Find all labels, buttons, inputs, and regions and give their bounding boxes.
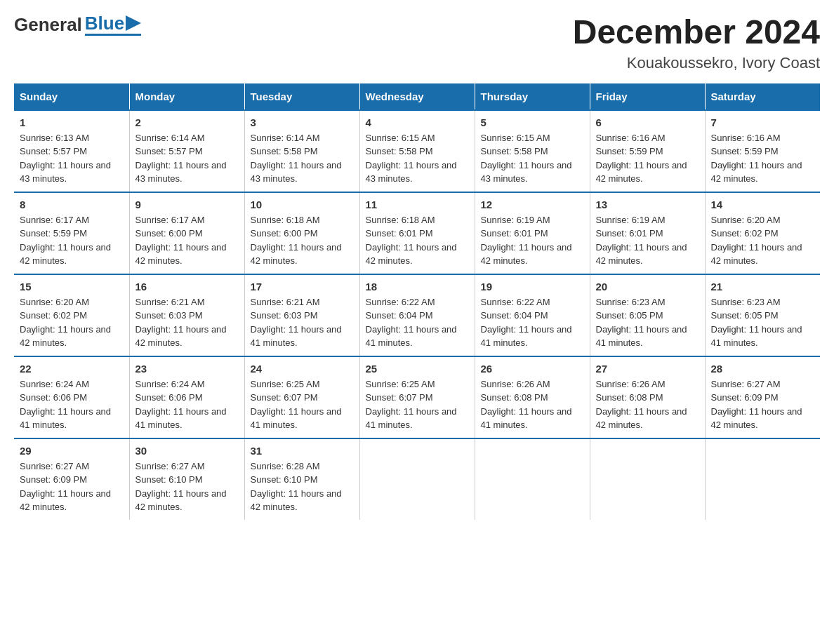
day-number: 1 bbox=[20, 116, 124, 128]
calendar-day-cell: 5Sunrise: 6:15 AMSunset: 5:58 PMDaylight… bbox=[475, 110, 590, 192]
logo-triangle-icon bbox=[126, 15, 141, 31]
day-number: 12 bbox=[481, 199, 584, 210]
calendar-day-cell: 27Sunrise: 6:26 AMSunset: 6:08 PMDayligh… bbox=[590, 356, 705, 438]
calendar-day-cell: 2Sunrise: 6:14 AMSunset: 5:57 PMDaylight… bbox=[129, 110, 244, 192]
calendar-day-cell bbox=[475, 438, 590, 520]
day-number: 18 bbox=[366, 281, 469, 293]
calendar-day-cell: 10Sunrise: 6:18 AMSunset: 6:00 PMDayligh… bbox=[244, 192, 359, 274]
day-number: 23 bbox=[135, 363, 239, 375]
day-number: 3 bbox=[251, 116, 354, 128]
day-sun-info: Sunrise: 6:25 AMSunset: 6:07 PMDaylight:… bbox=[366, 377, 469, 432]
day-sun-info: Sunrise: 6:20 AMSunset: 6:02 PMDaylight:… bbox=[20, 295, 124, 350]
calendar-day-cell: 18Sunrise: 6:22 AMSunset: 6:04 PMDayligh… bbox=[359, 274, 475, 356]
logo-general-text: General bbox=[14, 14, 82, 36]
day-of-week-header: Saturday bbox=[705, 83, 820, 110]
day-sun-info: Sunrise: 6:14 AMSunset: 5:57 PMDaylight:… bbox=[135, 131, 239, 186]
calendar-day-cell: 17Sunrise: 6:21 AMSunset: 6:03 PMDayligh… bbox=[244, 274, 359, 356]
calendar-day-cell: 12Sunrise: 6:19 AMSunset: 6:01 PMDayligh… bbox=[475, 192, 590, 274]
calendar-table: SundayMondayTuesdayWednesdayThursdayFrid… bbox=[14, 83, 820, 520]
calendar-day-cell bbox=[705, 438, 820, 520]
day-sun-info: Sunrise: 6:24 AMSunset: 6:06 PMDaylight:… bbox=[20, 377, 124, 432]
day-number: 28 bbox=[711, 363, 815, 375]
day-sun-info: Sunrise: 6:16 AMSunset: 5:59 PMDaylight:… bbox=[596, 131, 699, 186]
day-number: 20 bbox=[596, 281, 699, 293]
calendar-week-row: 29Sunrise: 6:27 AMSunset: 6:09 PMDayligh… bbox=[14, 438, 820, 520]
day-sun-info: Sunrise: 6:20 AMSunset: 6:02 PMDaylight:… bbox=[711, 213, 815, 268]
day-sun-info: Sunrise: 6:17 AMSunset: 6:00 PMDaylight:… bbox=[135, 213, 239, 268]
day-number: 31 bbox=[251, 445, 354, 457]
day-sun-info: Sunrise: 6:23 AMSunset: 6:05 PMDaylight:… bbox=[711, 295, 815, 350]
day-sun-info: Sunrise: 6:18 AMSunset: 6:01 PMDaylight:… bbox=[366, 213, 469, 268]
day-sun-info: Sunrise: 6:25 AMSunset: 6:07 PMDaylight:… bbox=[251, 377, 354, 432]
calendar-day-cell bbox=[359, 438, 475, 520]
day-number: 2 bbox=[135, 116, 239, 128]
day-number: 7 bbox=[711, 116, 815, 128]
calendar-location: Kouakoussekro, Ivory Coast bbox=[573, 54, 820, 72]
day-number: 26 bbox=[481, 363, 584, 375]
calendar-day-cell bbox=[590, 438, 705, 520]
day-number: 15 bbox=[20, 281, 124, 293]
day-number: 21 bbox=[711, 281, 815, 293]
day-sun-info: Sunrise: 6:15 AMSunset: 5:58 PMDaylight:… bbox=[481, 131, 584, 186]
calendar-day-cell: 26Sunrise: 6:26 AMSunset: 6:08 PMDayligh… bbox=[475, 356, 590, 438]
calendar-day-cell: 11Sunrise: 6:18 AMSunset: 6:01 PMDayligh… bbox=[359, 192, 475, 274]
calendar-day-cell: 6Sunrise: 6:16 AMSunset: 5:59 PMDaylight… bbox=[590, 110, 705, 192]
calendar-day-cell: 28Sunrise: 6:27 AMSunset: 6:09 PMDayligh… bbox=[705, 356, 820, 438]
day-of-week-header: Monday bbox=[129, 83, 244, 110]
day-number: 22 bbox=[20, 363, 124, 375]
calendar-header-row: SundayMondayTuesdayWednesdayThursdayFrid… bbox=[14, 83, 820, 110]
day-sun-info: Sunrise: 6:27 AMSunset: 6:09 PMDaylight:… bbox=[711, 377, 815, 432]
day-number: 8 bbox=[20, 199, 124, 210]
logo-blue-text: Blue bbox=[85, 14, 124, 32]
calendar-week-row: 22Sunrise: 6:24 AMSunset: 6:06 PMDayligh… bbox=[14, 356, 820, 438]
day-sun-info: Sunrise: 6:13 AMSunset: 5:57 PMDaylight:… bbox=[20, 131, 124, 186]
logo: General Blue bbox=[14, 14, 141, 36]
day-number: 10 bbox=[251, 199, 354, 210]
day-number: 19 bbox=[481, 281, 584, 293]
day-sun-info: Sunrise: 6:22 AMSunset: 6:04 PMDaylight:… bbox=[366, 295, 469, 350]
svg-marker-0 bbox=[126, 15, 141, 31]
day-number: 16 bbox=[135, 281, 239, 293]
calendar-day-cell: 21Sunrise: 6:23 AMSunset: 6:05 PMDayligh… bbox=[705, 274, 820, 356]
day-sun-info: Sunrise: 6:24 AMSunset: 6:06 PMDaylight:… bbox=[135, 377, 239, 432]
day-sun-info: Sunrise: 6:26 AMSunset: 6:08 PMDaylight:… bbox=[481, 377, 584, 432]
day-number: 11 bbox=[366, 199, 469, 210]
calendar-day-cell: 22Sunrise: 6:24 AMSunset: 6:06 PMDayligh… bbox=[14, 356, 129, 438]
day-number: 4 bbox=[366, 116, 469, 128]
day-sun-info: Sunrise: 6:23 AMSunset: 6:05 PMDaylight:… bbox=[596, 295, 699, 350]
day-number: 17 bbox=[251, 281, 354, 293]
day-sun-info: Sunrise: 6:16 AMSunset: 5:59 PMDaylight:… bbox=[711, 131, 815, 186]
calendar-month-year: December 2024 bbox=[573, 14, 820, 51]
calendar-week-row: 15Sunrise: 6:20 AMSunset: 6:02 PMDayligh… bbox=[14, 274, 820, 356]
day-sun-info: Sunrise: 6:27 AMSunset: 6:09 PMDaylight:… bbox=[20, 459, 124, 514]
day-sun-info: Sunrise: 6:19 AMSunset: 6:01 PMDaylight:… bbox=[596, 213, 699, 268]
day-of-week-header: Friday bbox=[590, 83, 705, 110]
calendar-day-cell: 20Sunrise: 6:23 AMSunset: 6:05 PMDayligh… bbox=[590, 274, 705, 356]
day-number: 24 bbox=[251, 363, 354, 375]
calendar-day-cell: 24Sunrise: 6:25 AMSunset: 6:07 PMDayligh… bbox=[244, 356, 359, 438]
calendar-day-cell: 7Sunrise: 6:16 AMSunset: 5:59 PMDaylight… bbox=[705, 110, 820, 192]
day-of-week-header: Sunday bbox=[14, 83, 129, 110]
calendar-day-cell: 16Sunrise: 6:21 AMSunset: 6:03 PMDayligh… bbox=[129, 274, 244, 356]
day-number: 13 bbox=[596, 199, 699, 210]
calendar-week-row: 1Sunrise: 6:13 AMSunset: 5:57 PMDaylight… bbox=[14, 110, 820, 192]
day-number: 14 bbox=[711, 199, 815, 210]
day-number: 29 bbox=[20, 445, 124, 457]
day-number: 5 bbox=[481, 116, 584, 128]
calendar-day-cell: 15Sunrise: 6:20 AMSunset: 6:02 PMDayligh… bbox=[14, 274, 129, 356]
calendar-day-cell: 4Sunrise: 6:15 AMSunset: 5:58 PMDaylight… bbox=[359, 110, 475, 192]
calendar-day-cell: 23Sunrise: 6:24 AMSunset: 6:06 PMDayligh… bbox=[129, 356, 244, 438]
day-sun-info: Sunrise: 6:21 AMSunset: 6:03 PMDaylight:… bbox=[135, 295, 239, 350]
calendar-day-cell: 9Sunrise: 6:17 AMSunset: 6:00 PMDaylight… bbox=[129, 192, 244, 274]
day-sun-info: Sunrise: 6:14 AMSunset: 5:58 PMDaylight:… bbox=[251, 131, 354, 186]
calendar-day-cell: 30Sunrise: 6:27 AMSunset: 6:10 PMDayligh… bbox=[129, 438, 244, 520]
calendar-day-cell: 3Sunrise: 6:14 AMSunset: 5:58 PMDaylight… bbox=[244, 110, 359, 192]
day-sun-info: Sunrise: 6:17 AMSunset: 5:59 PMDaylight:… bbox=[20, 213, 124, 268]
day-sun-info: Sunrise: 6:27 AMSunset: 6:10 PMDaylight:… bbox=[135, 459, 239, 514]
calendar-title-section: December 2024 Kouakoussekro, Ivory Coast bbox=[573, 14, 820, 72]
calendar-day-cell: 29Sunrise: 6:27 AMSunset: 6:09 PMDayligh… bbox=[14, 438, 129, 520]
day-sun-info: Sunrise: 6:22 AMSunset: 6:04 PMDaylight:… bbox=[481, 295, 584, 350]
day-sun-info: Sunrise: 6:28 AMSunset: 6:10 PMDaylight:… bbox=[251, 459, 354, 514]
calendar-day-cell: 25Sunrise: 6:25 AMSunset: 6:07 PMDayligh… bbox=[359, 356, 475, 438]
day-number: 9 bbox=[135, 199, 239, 210]
